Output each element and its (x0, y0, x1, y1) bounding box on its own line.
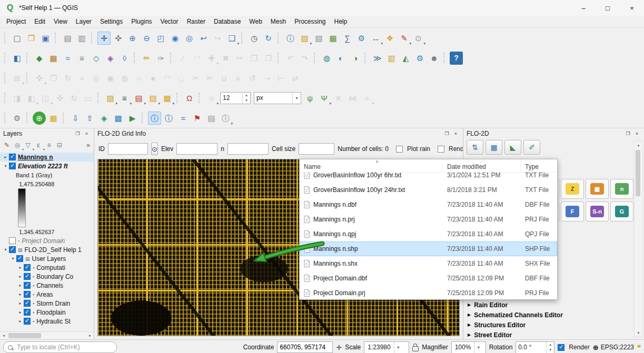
open-project-icon[interactable]: ❐ (25, 32, 38, 45)
menu-item[interactable]: Database (210, 16, 245, 27)
combo-caret-icon[interactable] (394, 342, 402, 353)
maximize-button[interactable]: □ (596, 0, 620, 16)
scale-combo[interactable]: 1:23980 (364, 341, 409, 353)
overflow-chevron-icon[interactable]: » (84, 142, 92, 149)
zoom-plugin-icon[interactable]: ⊕ (33, 112, 46, 125)
layer-checkbox[interactable] (24, 309, 31, 316)
simplify-feature-icon[interactable]: ≈ (75, 72, 88, 85)
combo-caret-icon[interactable] (474, 342, 482, 353)
save-edits-icon[interactable]: ✑ (154, 52, 167, 65)
processing-gear-icon[interactable]: ⚙ (355, 32, 368, 45)
avoid-overlap-icon[interactable]: ⋈ (346, 92, 359, 105)
file-row[interactable]: Project Domain.dbf 7/25/2018 12:09 PM DB… (300, 271, 557, 286)
flo2d-profile-icon[interactable]: ≈ (176, 112, 190, 125)
zoom-in-icon[interactable]: ⊕ (126, 32, 139, 45)
tracing-icon[interactable]: ≈ (360, 92, 373, 105)
flo2d-georef-icon[interactable]: ◈ (97, 112, 111, 125)
undo-icon[interactable]: ↶ (284, 52, 297, 65)
topological-editing-icon[interactable]: ψ (303, 92, 316, 105)
layer-row-areas[interactable]: ▪ Areas (0, 290, 94, 299)
help-icon[interactable]: ? (450, 52, 463, 65)
new-virtual-layer-icon[interactable]: ◊ (118, 52, 131, 65)
move-feature-icon[interactable]: ✜ (33, 72, 46, 85)
db-manager-icon[interactable]: ▥ (385, 52, 398, 65)
pin-unpin-labels-icon[interactable]: ◧ (25, 92, 38, 105)
new-shapefile-layer-icon[interactable]: ◈ (104, 52, 117, 65)
zoom-full-icon[interactable]: ◰ (154, 32, 167, 45)
filter-expression-icon[interactable]: ε (33, 140, 44, 150)
disable-snapping-icon[interactable]: ✕ (332, 92, 345, 105)
spin-buttons[interactable] (546, 342, 554, 353)
move-label-icon[interactable]: ✜ (53, 92, 66, 105)
eye-button[interactable]: ⊙ (151, 143, 158, 155)
menu-item[interactable]: View (49, 16, 72, 27)
menu-item[interactable]: Project (2, 16, 30, 27)
layout-manager-icon[interactable]: ▥ (75, 32, 88, 45)
menu-item[interactable]: Vector (156, 16, 183, 27)
offset-point-symbols-icon[interactable]: ⇢ (260, 72, 273, 85)
expander-icon[interactable] (2, 247, 9, 252)
pan-map-icon[interactable]: ✛ (97, 32, 111, 45)
vertex-tool-icon[interactable]: ✚ (205, 52, 218, 65)
copy-move-feature-icon[interactable]: ❐ (47, 72, 60, 85)
grid-tools-icon[interactable]: ▦ (47, 112, 60, 125)
layer-checkbox[interactable] (24, 291, 31, 298)
flo2d-schematize-icon[interactable]: ▩ (112, 112, 125, 125)
profile-tool-icon[interactable]: ◭ (399, 52, 412, 65)
layer-checkbox[interactable] (24, 264, 31, 271)
file-row[interactable]: Mannings n.qpj 7/23/2018 11:40 AM QPJ Fi… (300, 227, 557, 241)
layer-row-project-domain[interactable]: ▪ Project Domain (0, 236, 94, 245)
redo-icon[interactable]: ↷ (298, 52, 311, 65)
zoom-next-icon[interactable]: ↪ (211, 32, 224, 45)
identify-features-icon[interactable]: ⓘ (284, 32, 297, 45)
new-geopackage-layer-icon[interactable]: ◇ (90, 52, 103, 65)
flo2d-vscrollbar[interactable] (634, 141, 643, 337)
spin-down-icon[interactable] (547, 347, 554, 353)
save-project-icon[interactable]: ▣ (39, 32, 52, 45)
filter-legend-icon[interactable]: ▽ (23, 140, 33, 150)
flo2d-import-data-button[interactable]: ⇅ (467, 140, 483, 155)
panel-close-icon[interactable]: × (83, 130, 91, 138)
menu-item[interactable]: Layer (72, 16, 96, 27)
editor-section-item[interactable]: Street Editor (468, 330, 631, 339)
file-row[interactable]: Mannings n.prj 7/23/2018 11:40 AM PRJ Fi… (300, 212, 557, 227)
scroll-right-icon[interactable] (86, 332, 94, 339)
reverse-line-icon[interactable]: ⇄ (289, 72, 302, 85)
column-header-name[interactable]: Name (300, 163, 443, 172)
plot-rain-checkbox[interactable] (396, 146, 403, 153)
project-domain-checkbox[interactable] (9, 237, 16, 244)
mannings-n-checkbox[interactable] (9, 154, 16, 160)
deselect-features-icon[interactable]: ▧ (312, 32, 325, 45)
file-row[interactable]: Project Domain.prj 7/25/2018 12:09 PM PR… (300, 286, 557, 300)
annotation-icon[interactable]: ✎ (398, 32, 411, 45)
panel-close-icon[interactable]: × (633, 130, 641, 138)
menu-item[interactable]: Raster (183, 16, 210, 27)
scroll-track[interactable] (635, 149, 642, 329)
flo2d-tool-f-button[interactable]: F (561, 201, 584, 221)
file-row[interactable]: Mannings n.shp 7/23/2018 11:40 AM SHP Fi… (300, 241, 557, 256)
rotate-point-symbols-icon[interactable]: ↺ (246, 72, 259, 85)
zoom-to-layer-icon[interactable]: ◎ (183, 32, 196, 45)
zoom-last-icon[interactable]: ↩ (197, 32, 210, 45)
crs-status[interactable]: ⊕ EPSG:2223 (593, 344, 634, 351)
layer-checkbox[interactable] (24, 273, 31, 280)
delete-part-icon[interactable]: ● (146, 72, 160, 85)
expander-icon[interactable] (17, 292, 24, 297)
expander-icon[interactable] (17, 310, 24, 315)
render-option[interactable]: Render (558, 344, 589, 351)
expander-icon[interactable] (9, 256, 16, 261)
expander-icon[interactable] (2, 164, 9, 168)
add-circular-string-icon[interactable]: ◠ (191, 52, 204, 65)
expander-icon[interactable] (17, 301, 24, 306)
new-map-view-icon[interactable]: ❏ (225, 32, 239, 45)
layer-diagram-icon[interactable]: ▤ (132, 92, 145, 105)
expander-icon[interactable] (2, 155, 9, 159)
spin-down-icon[interactable] (243, 98, 250, 104)
id-input[interactable] (108, 143, 148, 155)
flo2d-grid-info-icon[interactable]: ⓘ (148, 112, 161, 125)
file-row[interactable]: Mannings n.dbf 7/23/2018 11:40 AM DBF Fi… (300, 197, 557, 212)
scroll-down-icon[interactable] (635, 329, 642, 337)
fill-ring-icon[interactable]: ◍ (118, 72, 131, 85)
user-layers-checkbox[interactable] (16, 255, 23, 262)
menu-item[interactable]: Processing (290, 16, 330, 27)
